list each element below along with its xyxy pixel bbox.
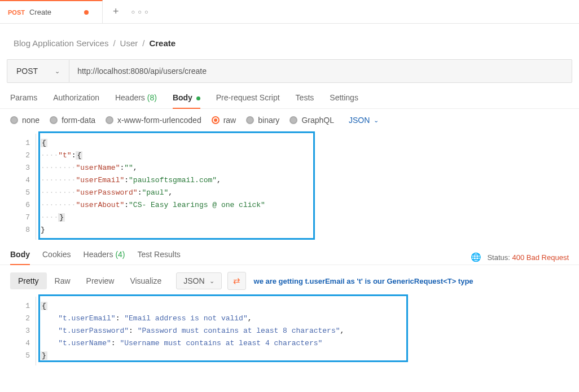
chevron-down-icon: ⌄ bbox=[209, 278, 214, 285]
tab-body[interactable]: Body bbox=[173, 93, 200, 109]
view-raw[interactable]: Raw bbox=[47, 272, 78, 289]
unsaved-dot-icon bbox=[84, 10, 89, 15]
response-tabs-row: Body Cookies Headers (4) Test Results 🌐 … bbox=[0, 245, 579, 265]
tab-actions: + ○ ○ ○ bbox=[103, 6, 149, 17]
body-format-value: JSON bbox=[349, 116, 370, 125]
breadcrumb: Blog Application Services / User / Creat… bbox=[0, 24, 579, 59]
breadcrumb-current: Create bbox=[149, 38, 176, 48]
body-format-select[interactable]: JSON ⌄ bbox=[349, 116, 379, 125]
body-type-row: none form-data x-www-form-urlencoded raw… bbox=[0, 109, 579, 131]
request-tab-create[interactable]: POST Create bbox=[0, 0, 103, 23]
url-input[interactable] bbox=[69, 59, 572, 83]
chevron-down-icon: ⌄ bbox=[55, 68, 60, 75]
request-code[interactable]: { ····"t":{ ········"userName":"", ·····… bbox=[36, 134, 572, 240]
breadcrumb-sep-icon: / bbox=[113, 38, 115, 48]
body-type-raw[interactable]: raw bbox=[212, 116, 236, 125]
status-label: Status: bbox=[487, 253, 510, 262]
request-editor[interactable]: 1 2 3 4 5 6 7 8 { ····"t":{ ········"use… bbox=[7, 134, 572, 240]
tab-title: Create bbox=[29, 8, 51, 16]
status-value: 400 Bad Request bbox=[512, 253, 569, 262]
body-type-xwww[interactable]: x-www-form-urlencoded bbox=[106, 116, 201, 125]
view-preview[interactable]: Preview bbox=[78, 272, 122, 289]
url-row: POST ⌄ bbox=[7, 59, 572, 83]
radio-icon bbox=[246, 116, 254, 124]
response-toolbar: Pretty Raw Preview Visualize JSON ⌄ ⇄ we… bbox=[0, 265, 579, 297]
line-gutter: 1 2 3 4 5 bbox=[7, 297, 36, 365]
body-type-formdata[interactable]: form-data bbox=[50, 116, 95, 125]
annotation-text: we are getting t.userEmail as 't' is our… bbox=[254, 277, 473, 285]
tab-headers-label: Headers bbox=[115, 93, 145, 102]
breadcrumb-sep-icon: / bbox=[142, 38, 144, 48]
breadcrumb-part[interactable]: Blog Application Services bbox=[14, 38, 108, 48]
response-meta: 🌐 Status: 400 Bad Request bbox=[471, 252, 569, 262]
line-gutter: 1 2 3 4 5 6 7 8 bbox=[7, 134, 36, 240]
tab-headers[interactable]: Headers (8) bbox=[115, 93, 157, 108]
new-tab-icon[interactable]: + bbox=[113, 6, 119, 17]
tab-bar: POST Create + ○ ○ ○ bbox=[0, 0, 579, 24]
resp-tab-cookies[interactable]: Cookies bbox=[42, 250, 71, 265]
tab-settings[interactable]: Settings bbox=[330, 93, 358, 108]
view-visualize[interactable]: Visualize bbox=[122, 272, 169, 289]
globe-icon[interactable]: 🌐 bbox=[471, 252, 481, 262]
method-value: POST bbox=[16, 67, 38, 76]
wrap-lines-button[interactable]: ⇄ bbox=[227, 272, 246, 290]
body-type-graphql[interactable]: GraphQL bbox=[290, 116, 334, 125]
tab-prerequest[interactable]: Pre-request Script bbox=[216, 93, 280, 108]
tab-authorization[interactable]: Authorization bbox=[53, 93, 99, 108]
tab-headers-count: (8) bbox=[147, 93, 157, 102]
body-type-none[interactable]: none bbox=[10, 116, 40, 125]
response-editor[interactable]: 1 2 3 4 5 { "t.userEmail": "Email addres… bbox=[7, 297, 572, 365]
view-pretty[interactable]: Pretty bbox=[10, 272, 47, 289]
body-type-binary[interactable]: binary bbox=[246, 116, 279, 125]
tab-params[interactable]: Params bbox=[10, 93, 37, 108]
tab-menu-icon[interactable]: ○ ○ ○ bbox=[131, 8, 149, 15]
radio-checked-icon bbox=[212, 116, 220, 124]
radio-icon bbox=[106, 116, 113, 124]
breadcrumb-part[interactable]: User bbox=[120, 38, 138, 48]
response-tabs: Body Cookies Headers (4) Test Results bbox=[10, 250, 181, 265]
resp-tab-body[interactable]: Body bbox=[10, 250, 30, 265]
response-code[interactable]: { "t.userEmail": "Email address is not v… bbox=[36, 297, 572, 365]
radio-icon bbox=[10, 116, 18, 124]
resp-tab-testresults[interactable]: Test Results bbox=[138, 250, 181, 265]
tab-body-label: Body bbox=[173, 93, 192, 102]
request-tabs: Params Authorization Headers (8) Body Pr… bbox=[0, 83, 579, 109]
chevron-down-icon: ⌄ bbox=[374, 117, 379, 124]
wrap-icon: ⇄ bbox=[233, 276, 240, 285]
radio-icon bbox=[290, 116, 297, 124]
resp-tab-headers[interactable]: Headers (4) bbox=[84, 250, 125, 265]
body-modified-dot-icon bbox=[196, 96, 200, 100]
tab-tests[interactable]: Tests bbox=[296, 93, 314, 108]
tab-method-badge: POST bbox=[8, 9, 25, 16]
method-select[interactable]: POST ⌄ bbox=[7, 59, 69, 83]
radio-icon bbox=[50, 116, 58, 124]
response-format-select[interactable]: JSON ⌄ bbox=[176, 272, 221, 289]
